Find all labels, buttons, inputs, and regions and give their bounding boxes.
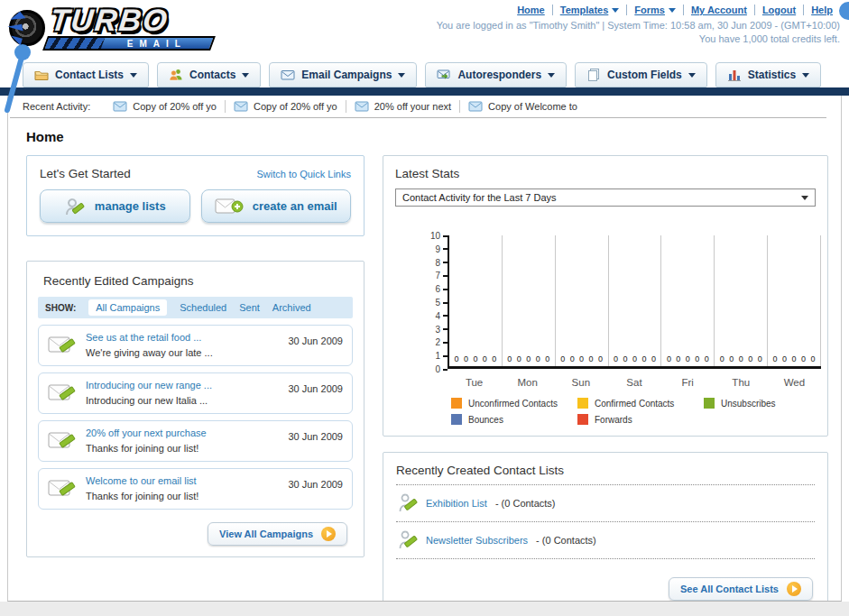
recent-activity-item: Copy of Welcome to (460, 100, 586, 113)
turbo-email-logo: TURBO EMAIL (5, 3, 222, 55)
tab-email-campaigns[interactable]: Email Campaigns (269, 62, 417, 87)
person-pencil-icon (398, 529, 418, 552)
tab-autoresponders[interactable]: Autoresponders (425, 62, 567, 87)
contact-list-count: - (0 Contacts) (495, 498, 556, 509)
nav-link-home[interactable]: Home (517, 5, 545, 15)
envelope-pencil-icon (48, 477, 77, 501)
person-pencil-icon (398, 492, 418, 515)
contact-activity-chart: 012345678910 000000000000000000000000000… (395, 212, 816, 427)
chart-x-labels: TueMonSunSatFriThuWed (448, 377, 821, 388)
manage-lists-button[interactable]: manage lists (40, 189, 190, 223)
switch-quick-links-link[interactable]: Switch to Quick Links (256, 169, 351, 179)
header: TURBO EMAIL Home Templates Forms My Acco… (0, 0, 849, 61)
envelope-icon (113, 101, 127, 112)
campaign-subtitle: Thanks for joining our list! (86, 491, 198, 501)
filter-scheduled[interactable]: Scheduled (180, 302, 226, 313)
person-pencil-icon (64, 196, 86, 217)
filter-sent[interactable]: Sent (239, 302, 260, 313)
campaign-date: 30 Jun 2009 (288, 426, 343, 442)
y-axis-tick: 6 (435, 284, 448, 294)
contact-lists-icon (34, 68, 49, 82)
tab-contact-lists[interactable]: Contact Lists (23, 62, 149, 87)
view-all-campaigns-button[interactable]: View All Campaigns (208, 522, 347, 546)
contact-list-row: Exhibition List - (0 Contacts) (396, 485, 815, 522)
chart-y-axis: 012345678910 (395, 235, 448, 369)
filter-all-campaigns[interactable]: All Campaigns (88, 299, 167, 316)
chevron-down-icon (801, 196, 808, 200)
contact-list-count: - (0 Contacts) (536, 535, 596, 546)
x-axis-label: Wed (768, 377, 821, 388)
legend-item: Bounces (451, 414, 577, 425)
y-axis-tick: 9 (435, 244, 448, 254)
chart-day-group: 00000 (661, 235, 715, 366)
chart-day-group: 00000 (449, 235, 503, 366)
campaign-subtitle: We're giving away our late ... (86, 347, 213, 358)
nav-link-logout[interactable]: Logout (762, 5, 796, 15)
y-axis-tick: 10 (430, 231, 448, 241)
logo-title: TURBO (49, 3, 171, 38)
y-axis-tick: 3 (435, 325, 448, 335)
see-all-contact-lists-button[interactable]: See All Contact Lists (669, 577, 813, 601)
latest-stats-title: Latest Stats (395, 167, 816, 180)
chart-plot-area: 00000000000000000000000000000000000 (448, 235, 821, 369)
main-nav-tabs: Contact Lists Contacts Email Campaigns A… (0, 61, 849, 87)
report-select-value: Contact Activity for the Last 7 Days (402, 192, 557, 203)
legend-item: Unconfirmed Contacts (451, 398, 577, 409)
tab-custom-fields[interactable]: Custom Fields (575, 62, 707, 87)
nav-link-my-account[interactable]: My Account (691, 5, 747, 15)
contact-list-link[interactable]: Exhibition List (426, 498, 487, 509)
nav-link-help[interactable]: Help (811, 5, 833, 15)
y-axis-tick: 2 (435, 337, 448, 347)
envelope-pencil-icon (48, 382, 77, 405)
navy-divider-bar (0, 87, 849, 96)
contact-lists-title: Recently Created Contact Lists (396, 464, 815, 477)
campaign-title-link[interactable]: 20% off your next purchase (86, 427, 207, 440)
chart-day-group: 00000 (503, 235, 556, 366)
credits-info: You have 1,000 total credits left. (437, 32, 840, 46)
legend-item: Unsubscribes (704, 398, 830, 409)
chart-day-group: 00000 (768, 235, 821, 366)
turbo-email-dashboard: TURBO EMAIL Home Templates Forms My Acco… (0, 0, 849, 616)
campaign-title-link[interactable]: See us at the retail food ... (86, 331, 213, 345)
chevron-down-icon (130, 73, 137, 78)
contact-list-link[interactable]: Newsletter Subscribers (426, 535, 528, 546)
nav-link-templates[interactable]: Templates (560, 5, 620, 15)
recent-activity-item: 20% off your next (346, 100, 460, 113)
x-axis-label: Sat (607, 377, 660, 388)
arrow-right-icon (787, 582, 801, 596)
nav-link-forms[interactable]: Forms (634, 5, 676, 15)
envelope-pencil-icon (48, 334, 77, 357)
filter-archived[interactable]: Archived (272, 302, 311, 313)
chevron-down-icon (548, 73, 555, 78)
logo-stripes (45, 38, 105, 49)
y-axis-tick: 1 (435, 351, 448, 361)
y-axis-tick: 0 (435, 364, 448, 374)
tab-statistics[interactable]: Statistics (715, 62, 821, 87)
logo-subtitle: EMAIL (103, 39, 211, 49)
chart-day-group: 00000 (556, 235, 609, 366)
x-axis-label: Tue (448, 377, 501, 388)
legend-item: Confirmed Contacts (577, 398, 704, 409)
turbo-graphic-icon (9, 10, 45, 46)
arrow-right-icon (321, 527, 336, 541)
chevron-down-icon (242, 73, 249, 78)
recent-activity-bar: Recent Activity: Copy of 20% off yo Copy… (10, 96, 826, 118)
tab-contacts[interactable]: Contacts (157, 62, 261, 87)
logo-banner: EMAIL (42, 36, 216, 51)
chevron-down-icon (802, 73, 809, 78)
x-axis-label: Thu (715, 377, 768, 388)
campaign-row: See us at the retail food ... We're givi… (38, 325, 353, 366)
x-axis-label: Sun (554, 377, 607, 388)
create-email-button[interactable]: create an email (201, 189, 352, 223)
get-started-panel: Let's Get Started Switch to Quick Links … (26, 155, 365, 236)
campaign-title-link[interactable]: Welcome to our email list (86, 474, 198, 488)
report-select[interactable]: Contact Activity for the Last 7 Days (395, 188, 816, 207)
latest-stats-panel: Latest Stats Contact Activity for the La… (383, 155, 828, 437)
legend-swatch-icon (451, 398, 462, 409)
top-nav: Home Templates Forms My Account Logout H… (510, 5, 840, 15)
recently-edited-campaigns-panel: Recently Edited Campaigns SHOW: All Camp… (26, 261, 365, 557)
campaign-subtitle: Thanks for joining our list! (86, 443, 198, 454)
contact-list-row: Newsletter Subscribers - (0 Contacts) (396, 522, 815, 559)
campaign-title-link[interactable]: Introducing our new range ... (86, 379, 212, 392)
campaign-subtitle: Introducing our new Italia ... (86, 395, 208, 406)
